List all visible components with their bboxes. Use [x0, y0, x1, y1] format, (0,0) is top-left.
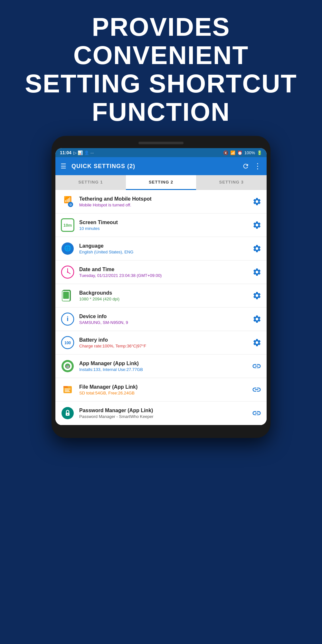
- battery-info-content: Battery info Charge rate:100%, Temp:36°C…: [79, 337, 248, 348]
- menu-button[interactable]: ☰: [61, 162, 66, 170]
- setting-item-backgrounds[interactable]: Backgrounds 1080 * 2094 (420 dpi): [55, 284, 267, 308]
- language-content: Language English (United States), ENG: [79, 243, 248, 254]
- screen-timeout-action[interactable]: [252, 221, 261, 230]
- setting-item-battery-info[interactable]: 100 Battery info Charge rate:100%, Temp:…: [55, 331, 267, 355]
- password-manager-icon: [61, 406, 75, 420]
- mute-icon: 🔇: [223, 150, 228, 155]
- language-subtitle: English (United States), ENG: [79, 250, 248, 254]
- file-manager-title: File Manager (App Link): [79, 384, 247, 390]
- settings-list: 📶 ⚙ Tethering and Mobile Hotspot Mobile …: [55, 190, 267, 425]
- svg-rect-25: [65, 391, 70, 392]
- status-icons: ▷ 📊 👤 ···: [73, 150, 94, 155]
- file-manager-action[interactable]: [252, 385, 261, 394]
- phone-screen: 11:04 ▷ 📊 👤 ··· 🔇 📶 ⏰ 100% 🔋 ☰ QUICK SET…: [55, 148, 267, 425]
- svg-text:⚙: ⚙: [69, 203, 72, 206]
- svg-rect-24: [65, 390, 69, 391]
- phone-frame: 11:04 ▷ 📊 👤 ··· 🔇 📶 ⏰ 100% 🔋 ☰ QUICK SET…: [52, 136, 270, 438]
- setting-item-app-manager[interactable]: 🤖 App Manager (App Link) Installs:133, I…: [55, 355, 267, 378]
- backgrounds-action[interactable]: [252, 291, 261, 300]
- app-manager-title: App Manager (App Link): [79, 361, 247, 366]
- datetime-content: Date and Time Tuesday, 01/12/2021 23:04:…: [79, 267, 248, 278]
- tabs-container: SETTING 1 SETTING 2 SETTING 3: [55, 175, 267, 190]
- device-info-title: Device info: [79, 314, 248, 319]
- datetime-subtitle: Tuesday, 01/12/2021 23:04:38 (GMT+09:00): [79, 273, 248, 278]
- language-title: Language: [79, 243, 248, 249]
- language-icon: 🌐: [61, 242, 75, 256]
- svg-rect-23: [65, 389, 71, 389]
- password-manager-action[interactable]: [252, 408, 261, 418]
- backgrounds-subtitle: 1080 * 2094 (420 dpi): [79, 297, 248, 301]
- setting-item-password-manager[interactable]: Password Manager (App Link) Password Man…: [55, 402, 267, 425]
- screen-timeout-icon: 10m: [61, 218, 75, 232]
- backgrounds-title: Backgrounds: [79, 290, 248, 296]
- datetime-action[interactable]: [252, 268, 261, 277]
- datetime-icon: [61, 265, 75, 279]
- password-manager-title: Password Manager (App Link): [79, 408, 247, 413]
- hotspot-title: Tethering and Mobile Hotspot: [79, 196, 248, 202]
- svg-text:🌐: 🌐: [64, 245, 71, 252]
- tab-setting2[interactable]: SETTING 2: [126, 175, 196, 190]
- hotspot-content: Tethering and Mobile Hotspot Mobile Hots…: [79, 196, 248, 207]
- status-left: 11:04 ▷ 📊 👤 ···: [60, 150, 94, 155]
- app-manager-content: App Manager (App Link) Installs:133, Int…: [79, 361, 247, 372]
- screen-timeout-subtitle: 10 minutes: [79, 226, 248, 231]
- app-bar-actions: ⋮: [242, 162, 261, 171]
- app-manager-action[interactable]: [252, 361, 261, 371]
- alarm-icon: ⏰: [237, 150, 242, 155]
- file-manager-icon: [61, 383, 75, 397]
- hotspot-icon: 📶 ⚙: [61, 194, 75, 209]
- app-manager-icon: 🤖: [61, 359, 75, 373]
- device-info-content: Device info SAMSUNG, SM-N950N, 9: [79, 314, 248, 325]
- status-bar: 11:04 ▷ 📊 👤 ··· 🔇 📶 ⏰ 100% 🔋: [55, 148, 267, 157]
- more-button[interactable]: ⋮: [254, 162, 261, 171]
- device-info-subtitle: SAMSUNG, SM-N950N, 9: [79, 320, 248, 325]
- screen-timeout-title: Screen Timeout: [79, 220, 248, 225]
- battery-info-title: Battery info: [79, 337, 248, 343]
- battery-info-icon: 100: [61, 336, 75, 350]
- phone-container: 11:04 ▷ 📊 👤 ··· 🔇 📶 ⏰ 100% 🔋 ☰ QUICK SET…: [0, 136, 322, 438]
- setting-item-screen-timeout[interactable]: 10m Screen Timeout 10 minutes: [55, 213, 267, 237]
- svg-text:i: i: [67, 315, 69, 322]
- setting-item-file-manager[interactable]: File Manager (App Link) SD total:54GB, F…: [55, 378, 267, 402]
- screen-timeout-content: Screen Timeout 10 minutes: [79, 220, 248, 231]
- battery-info-subtitle: Charge rate:100%, Temp:36°C|97°F: [79, 344, 248, 348]
- app-manager-subtitle: Installs:133, Internal Use:27.77GB: [79, 367, 247, 372]
- setting-item-hotspot[interactable]: 📶 ⚙ Tethering and Mobile Hotspot Mobile …: [55, 190, 267, 213]
- hotspot-action[interactable]: [252, 197, 261, 206]
- wifi-icon: 📶: [230, 150, 235, 155]
- svg-text:100: 100: [64, 341, 71, 345]
- file-manager-subtitle: SD total:54GB, Free:26.24GB: [79, 391, 247, 395]
- svg-point-28: [67, 414, 68, 415]
- password-manager-content: Password Manager (App Link) Password Man…: [79, 408, 247, 419]
- setting-item-language[interactable]: 🌐 Language English (United States), ENG: [55, 237, 267, 260]
- status-time: 11:04: [60, 150, 71, 155]
- password-manager-subtitle: Password Manager - SmartWho Keeper: [79, 414, 247, 419]
- battery-icon: 🔋: [257, 150, 262, 155]
- file-manager-content: File Manager (App Link) SD total:54GB, F…: [79, 384, 247, 395]
- device-info-action[interactable]: [252, 315, 261, 324]
- refresh-button[interactable]: [242, 163, 249, 170]
- tab-setting1[interactable]: SETTING 1: [55, 175, 126, 190]
- language-action[interactable]: [252, 244, 261, 253]
- setting-item-datetime[interactable]: Date and Time Tuesday, 01/12/2021 23:04:…: [55, 260, 267, 284]
- hotspot-subtitle: Mobile Hotspot is turned off.: [79, 203, 248, 207]
- tab-setting3[interactable]: SETTING 3: [196, 175, 267, 190]
- svg-rect-12: [63, 292, 69, 299]
- app-bar-title: QUICK SETTINGS (2): [71, 163, 237, 170]
- setting-item-device-info[interactable]: i Device info SAMSUNG, SM-N950N, 9: [55, 308, 267, 331]
- device-info-icon: i: [61, 312, 75, 326]
- hero-title: PROVIDES CONVENIENT SETTING SHORTCUT FUN…: [19, 13, 303, 126]
- app-bar: ☰ QUICK SETTINGS (2) ⋮: [55, 157, 267, 175]
- backgrounds-icon: [61, 289, 75, 303]
- datetime-title: Date and Time: [79, 267, 248, 272]
- battery-text: 100%: [244, 150, 255, 155]
- phone-notch: [138, 142, 184, 144]
- backgrounds-content: Backgrounds 1080 * 2094 (420 dpi): [79, 290, 248, 301]
- svg-text:🤖: 🤖: [66, 364, 70, 368]
- battery-info-action[interactable]: [252, 338, 261, 347]
- hero-section: PROVIDES CONVENIENT SETTING SHORTCUT FUN…: [0, 0, 322, 136]
- status-right: 🔇 📶 ⏰ 100% 🔋: [223, 150, 262, 155]
